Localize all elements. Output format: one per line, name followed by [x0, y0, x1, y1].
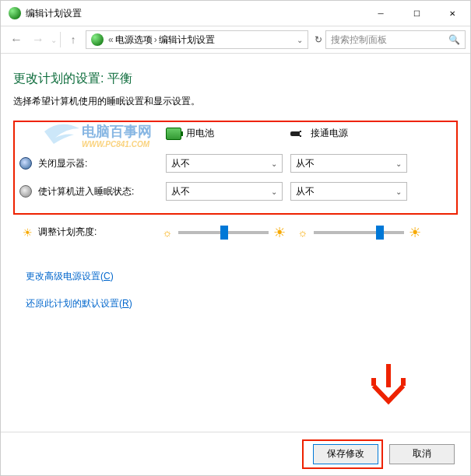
- annotation-arrow-icon: [369, 362, 408, 411]
- address-bar[interactable]: « 电源选项 › 编辑计划设置 ⌄: [86, 30, 308, 49]
- col-battery-label: 用电池: [186, 127, 214, 140]
- chevron-down-icon: ⌄: [395, 159, 402, 168]
- maximize-button[interactable]: ☐: [399, 1, 434, 26]
- minimize-button[interactable]: ─: [363, 1, 399, 26]
- search-placeholder: 搜索控制面板: [331, 33, 448, 47]
- window-title: 编辑计划设置: [26, 7, 82, 20]
- sleep-plugged-select[interactable]: 从不⌄: [290, 182, 407, 201]
- display-off-plugged-select[interactable]: 从不⌄: [290, 154, 407, 173]
- close-button[interactable]: ✕: [434, 1, 470, 26]
- display-off-label: 关闭显示器:: [38, 157, 166, 170]
- sleep-icon: [19, 185, 32, 198]
- col-plugged-label: 接通电源: [311, 127, 348, 140]
- settings-highlight-box: 用电池 接通电源 关闭显示器: 从不⌄ 从不⌄ 使计算机进入睡眠状态: 从不⌄: [13, 121, 458, 215]
- brightness-icon: ☀: [21, 226, 33, 239]
- sun-large-icon: ☀: [409, 226, 421, 239]
- breadcrumb-current[interactable]: 编辑计划设置: [159, 33, 215, 47]
- location-icon: [91, 33, 104, 46]
- back-button[interactable]: ←: [5, 29, 27, 51]
- sun-small-icon: ☼: [297, 226, 309, 239]
- save-highlight-box: 保存修改: [302, 439, 383, 469]
- chevron-down-icon: ⌄: [271, 187, 277, 196]
- app-icon: [9, 7, 21, 19]
- search-input[interactable]: 搜索控制面板 🔍: [325, 30, 466, 49]
- page-subtitle: 选择希望计算机使用的睡眠设置和显示设置。: [13, 95, 458, 108]
- cancel-button[interactable]: 取消: [389, 444, 455, 464]
- sun-small-icon: ☼: [161, 226, 174, 239]
- chevron-down-icon: ⌄: [271, 159, 277, 168]
- brightness-label: 调整计划亮度:: [38, 226, 116, 239]
- sun-large-icon: ☀: [273, 226, 286, 239]
- display-off-battery-select[interactable]: 从不⌄: [166, 154, 283, 173]
- forward-button[interactable]: →: [27, 29, 49, 51]
- history-dropdown-icon[interactable]: ⌄: [51, 36, 57, 44]
- advanced-settings-link[interactable]: 更改高级电源设置(C): [26, 270, 458, 283]
- monitor-icon: [19, 157, 32, 170]
- chevron-down-icon: ⌄: [395, 187, 402, 196]
- search-icon: 🔍: [448, 34, 460, 45]
- brightness-battery-slider[interactable]: [178, 231, 269, 234]
- restore-defaults-link[interactable]: 还原此计划的默认设置(R): [26, 297, 458, 310]
- sleep-battery-select[interactable]: 从不⌄: [166, 182, 283, 201]
- address-dropdown-icon[interactable]: ⌄: [297, 36, 303, 44]
- plug-icon: [290, 128, 306, 140]
- up-button[interactable]: ↑: [64, 33, 83, 46]
- sleep-label: 使计算机进入睡眠状态:: [38, 185, 166, 198]
- brightness-plugged-slider[interactable]: [314, 231, 404, 234]
- save-button[interactable]: 保存修改: [313, 444, 378, 464]
- battery-icon: [166, 128, 181, 140]
- refresh-button[interactable]: ↻: [315, 34, 322, 45]
- breadcrumb-parent[interactable]: 电源选项: [115, 33, 153, 47]
- page-title: 更改计划的设置: 平衡: [13, 71, 458, 87]
